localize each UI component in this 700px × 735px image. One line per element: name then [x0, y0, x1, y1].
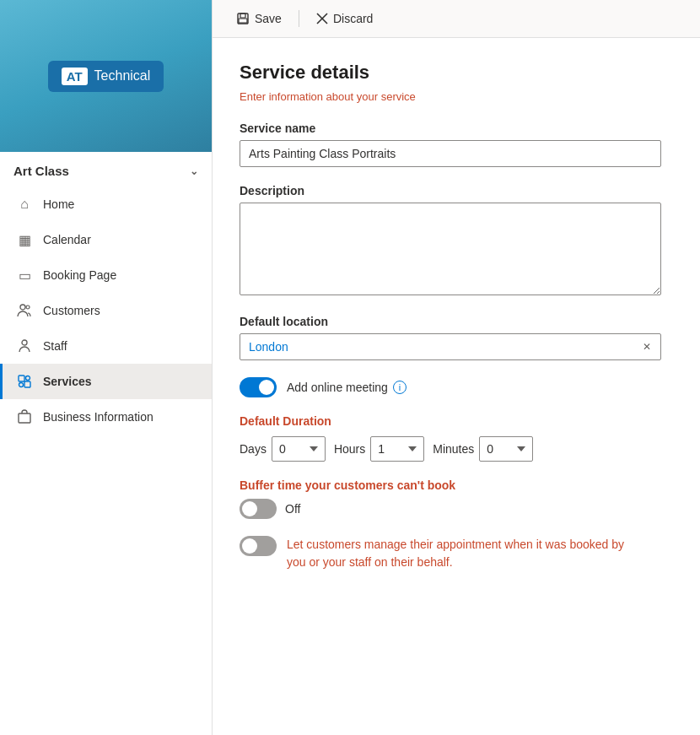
buffer-label: Buffer time your customers can't book: [240, 478, 673, 492]
sidebar-item-label: Customers: [43, 304, 100, 317]
description-field: Description: [240, 184, 673, 298]
online-meeting-toggle-row: Add online meeting i: [240, 377, 673, 397]
buffer-row: Off: [240, 499, 673, 519]
sidebar-item-customers[interactable]: Customers: [0, 293, 212, 328]
svg-point-0: [20, 305, 25, 310]
location-wrapper: ✕: [240, 333, 661, 360]
discard-button[interactable]: Discard: [306, 7, 383, 30]
hours-label: Hours: [334, 442, 365, 456]
duration-label: Default Duration: [240, 414, 673, 428]
sidebar-item-services[interactable]: Services: [0, 364, 212, 399]
sidebar-item-home[interactable]: ⌂ Home: [0, 186, 212, 222]
toggle-slider: [240, 377, 277, 397]
online-meeting-label: Add online meeting i: [287, 381, 407, 394]
svg-point-6: [19, 383, 24, 387]
minutes-select[interactable]: 0 15 30 45: [479, 436, 533, 462]
appt-toggle-slider: [240, 536, 277, 556]
hours-select[interactable]: 0 1 2 3: [370, 436, 424, 462]
svg-point-5: [26, 376, 30, 381]
location-input[interactable]: [240, 333, 661, 360]
business-name-selector[interactable]: Art Class ⌄: [0, 152, 212, 186]
service-name-input[interactable]: [240, 140, 661, 167]
business-name-label: Art Class: [13, 164, 69, 178]
sidebar: AT Technical Art Class ⌄ ⌂ Home ▦ Calend…: [0, 0, 213, 735]
description-input[interactable]: [240, 203, 661, 295]
days-unit: Days 0 1 2: [240, 436, 326, 462]
sidebar-logo: AT Technical: [0, 0, 212, 152]
buffer-toggle[interactable]: [240, 499, 277, 519]
sidebar-item-business[interactable]: Business Information: [0, 399, 212, 435]
location-field: Default location ✕: [240, 315, 673, 360]
logo-at-label: AT: [62, 68, 88, 85]
service-name-label: Service name: [240, 122, 673, 135]
sidebar-item-label: Calendar: [43, 233, 91, 246]
calendar-icon: ▦: [16, 231, 33, 248]
page-title: Service details: [240, 62, 673, 84]
duration-group: Default Duration Days 0 1 2 Hours 0 1 2: [240, 414, 673, 462]
save-button[interactable]: Save: [226, 7, 292, 30]
sidebar-item-booking[interactable]: ▭ Booking Page: [0, 257, 212, 293]
sidebar-nav: ⌂ Home ▦ Calendar ▭ Booking Page Custome…: [0, 186, 212, 435]
main-content: Save Discard Service details Enter infor…: [213, 0, 700, 735]
home-icon: ⌂: [16, 196, 33, 213]
hours-unit: Hours 0 1 2 3: [334, 436, 424, 462]
minutes-unit: Minutes 0 15 30 45: [433, 436, 533, 462]
monitor-icon: ▭: [16, 267, 33, 284]
services-icon: [16, 373, 33, 390]
form-content: Service details Enter information about …: [213, 38, 700, 735]
customers-icon: [16, 302, 33, 319]
toolbar: Save Discard: [213, 0, 700, 38]
logo-tech-label: Technical: [94, 68, 151, 84]
buffer-section: Buffer time your customers can't book Of…: [240, 478, 673, 519]
days-select[interactable]: 0 1 2: [272, 436, 326, 462]
appt-management-text: Let customers manage their appointment w…: [287, 536, 641, 571]
days-label: Days: [240, 442, 267, 456]
appt-toggle[interactable]: [240, 536, 277, 556]
info-icon[interactable]: i: [393, 381, 407, 394]
staff-icon: [16, 338, 33, 354]
close-icon: [316, 13, 328, 24]
business-icon: [16, 408, 33, 425]
sidebar-item-label: Home: [43, 197, 74, 211]
sidebar-item-staff[interactable]: Staff: [0, 328, 212, 364]
svg-rect-4: [24, 381, 30, 387]
svg-rect-7: [19, 413, 30, 423]
online-meeting-toggle[interactable]: [240, 377, 277, 397]
page-subtitle: Enter information about your service: [240, 90, 673, 103]
sidebar-item-calendar[interactable]: ▦ Calendar: [0, 222, 212, 257]
logo-badge: AT Technical: [48, 61, 164, 92]
svg-rect-10: [239, 19, 247, 23]
chevron-down-icon: ⌄: [190, 165, 198, 177]
description-label: Description: [240, 184, 673, 197]
buffer-off-label: Off: [285, 502, 300, 516]
minutes-label: Minutes: [433, 442, 474, 456]
sidebar-item-label: Business Information: [43, 410, 153, 424]
svg-point-1: [26, 305, 30, 309]
svg-rect-3: [19, 376, 24, 381]
svg-rect-9: [240, 14, 245, 18]
location-label: Default location: [240, 315, 673, 328]
save-icon: [236, 12, 250, 25]
service-name-field: Service name: [240, 122, 673, 167]
toolbar-separator: [299, 10, 299, 27]
location-clear-button[interactable]: ✕: [641, 339, 653, 354]
sidebar-item-label: Staff: [43, 339, 67, 353]
svg-point-2: [22, 340, 27, 345]
appt-management-row: Let customers manage their appointment w…: [240, 536, 673, 571]
duration-row: Days 0 1 2 Hours 0 1 2 3: [240, 436, 673, 462]
sidebar-item-label: Booking Page: [43, 268, 116, 282]
sidebar-item-label: Services: [43, 375, 92, 388]
buffer-toggle-slider: [240, 499, 277, 519]
